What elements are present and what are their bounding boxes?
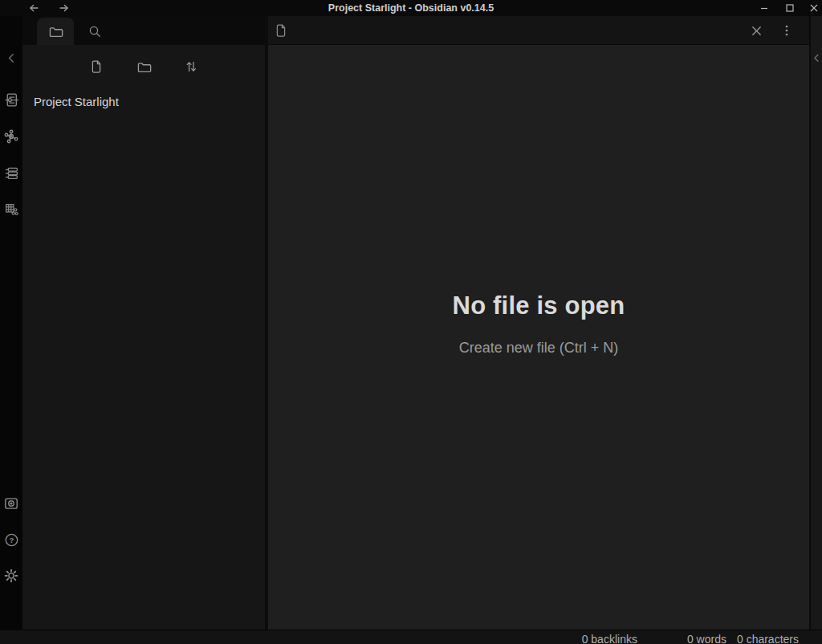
status-character-count: 0 characters (737, 633, 799, 644)
tab-search[interactable] (79, 18, 111, 45)
maximize-icon (785, 3, 795, 13)
minimize-icon (759, 3, 769, 13)
gear-icon (3, 568, 19, 584)
vertical-dots-icon (784, 24, 789, 37)
document-icon (273, 22, 289, 39)
chevron-left-icon (6, 51, 18, 63)
left-ribbon: ? (0, 16, 22, 630)
empty-state: No file is open Create new file (Ctrl + … (453, 291, 625, 357)
svg-text:?: ? (9, 535, 14, 544)
new-note-button[interactable] (83, 55, 110, 79)
arrow-left-icon (27, 2, 40, 14)
help-button[interactable]: ? (0, 530, 22, 549)
window-close-button[interactable] (808, 2, 820, 14)
pane-header-actions (747, 16, 796, 45)
empty-state-title: No file is open (453, 291, 625, 320)
settings-button[interactable] (0, 566, 22, 585)
close-icon (751, 25, 763, 37)
expand-right-sidebar-button[interactable] (811, 47, 822, 67)
quick-switcher-button[interactable] (0, 90, 22, 109)
vault-icon (3, 495, 19, 512)
quick-switcher-icon (4, 92, 19, 108)
chevron-left-icon (812, 52, 822, 63)
dice-grid-icon (4, 202, 19, 217)
window-title: Project Starlight - Obsidian v0.14.5 (0, 0, 822, 16)
file-explorer-pane: Project Starlight (22, 45, 265, 630)
folder-icon (48, 24, 63, 39)
graph-icon (3, 128, 19, 145)
empty-state-pane: No file is open Create new file (Ctrl + … (268, 45, 809, 630)
right-sidebar-strip (809, 16, 822, 630)
left-sidebar: Project Starlight (22, 16, 265, 630)
sidebar-tab-bar (22, 16, 265, 45)
status-word-count: 0 words (687, 633, 726, 644)
collapse-left-sidebar-button[interactable] (0, 47, 22, 67)
help-icon: ? (4, 532, 19, 548)
close-pane-button[interactable] (747, 22, 765, 39)
sort-arrows-icon (184, 59, 198, 74)
pane-header[interactable] (268, 16, 809, 45)
vault-title[interactable]: Project Starlight (34, 95, 119, 108)
titlebar: Project Starlight - Obsidian v0.14.5 (0, 0, 822, 16)
new-folder-icon (136, 59, 152, 75)
dice-grid-button[interactable] (0, 199, 22, 218)
more-options-button[interactable] (778, 22, 796, 39)
minimize-button[interactable] (758, 2, 771, 14)
sort-order-button[interactable] (177, 55, 205, 79)
file-explorer-nav-header (22, 53, 265, 80)
new-folder-button[interactable] (130, 55, 157, 79)
arrow-right-icon (58, 2, 71, 14)
main-pane: No file is open Create new file (Ctrl + … (268, 16, 809, 630)
status-backlinks: 0 backlinks (582, 633, 637, 644)
graph-view-button[interactable] (0, 127, 22, 146)
tab-file-explorer[interactable] (37, 18, 74, 45)
open-vault-button[interactable] (0, 494, 22, 513)
history-forward-button[interactable] (57, 1, 71, 15)
search-icon (87, 24, 102, 39)
workspace: ? (0, 16, 822, 630)
new-note-icon (89, 59, 104, 74)
create-new-file-link[interactable]: Create new file (Ctrl + N) (459, 340, 619, 357)
history-back-button[interactable] (26, 1, 41, 15)
stacked-cards-button[interactable] (0, 163, 22, 182)
status-bar: 0 backlinks 0 words 0 characters (0, 630, 822, 644)
maximize-button[interactable] (783, 2, 796, 14)
close-icon (809, 3, 819, 13)
obsidian-window: Project Starlight - Obsidian v0.14.5 (0, 0, 822, 644)
stacked-cards-icon (4, 165, 19, 181)
